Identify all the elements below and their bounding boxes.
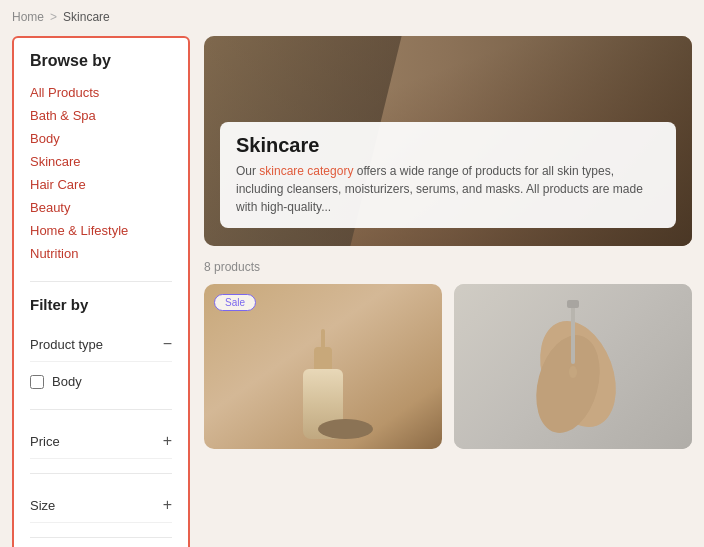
filter-by-title: Filter by	[30, 296, 172, 313]
browse-item-bath-spa[interactable]: Bath & Spa	[30, 107, 172, 123]
breadcrumb: Home > Skincare	[12, 10, 692, 24]
browse-item-beauty[interactable]: Beauty	[30, 199, 172, 215]
filter-size-toggle-icon: +	[163, 496, 172, 514]
bottle-stone	[318, 419, 373, 439]
products-count: 8 products	[204, 260, 692, 274]
product-card-2[interactable]: Best Seller	[454, 284, 692, 449]
hero-banner: Skincare Our skincare category offers a …	[204, 36, 692, 246]
browse-item-home-lifestyle[interactable]: Home & Lifestyle	[30, 222, 172, 238]
filter-size-label: Size	[30, 498, 55, 513]
svg-point-4	[569, 366, 577, 378]
product-type-body-row: Body	[30, 374, 172, 389]
main-content: Skincare Our skincare category offers a …	[204, 36, 692, 547]
hero-desc-part1: Our	[236, 164, 259, 178]
filter-product-type-label: Product type	[30, 337, 103, 352]
browse-list: All Products Bath & Spa Body Skincare Ha…	[30, 84, 172, 261]
filter-product-type-options: Body	[30, 362, 172, 395]
filter-price-label: Price	[30, 434, 60, 449]
filter-divider-2	[30, 473, 172, 474]
sidebar-divider	[30, 281, 172, 282]
filter-product-type[interactable]: Product type −	[30, 327, 172, 362]
svg-rect-3	[567, 300, 579, 308]
products-grid: Sale Best Seller	[204, 284, 692, 449]
product-type-body-label[interactable]: Body	[52, 374, 82, 389]
hero-title: Skincare	[236, 134, 660, 157]
page-wrapper: Home > Skincare Browse by All Products B…	[0, 0, 704, 547]
breadcrumb-separator: >	[50, 10, 57, 24]
svg-rect-2	[571, 304, 575, 364]
filter-price-toggle-icon: +	[163, 432, 172, 450]
browse-by-title: Browse by	[30, 52, 172, 70]
breadcrumb-home[interactable]: Home	[12, 10, 44, 24]
product-card-1[interactable]: Sale	[204, 284, 442, 449]
breadcrumb-current: Skincare	[63, 10, 110, 24]
hands-illustration	[454, 284, 692, 449]
filter-size[interactable]: Size +	[30, 488, 172, 523]
product-badge-sale: Sale	[214, 294, 256, 311]
sidebar: Browse by All Products Bath & Spa Body S…	[12, 36, 190, 547]
browse-item-nutrition[interactable]: Nutrition	[30, 245, 172, 261]
bottle-dropper	[321, 329, 325, 349]
main-layout: Browse by All Products Bath & Spa Body S…	[12, 36, 692, 547]
hero-desc-highlight: skincare category	[259, 164, 353, 178]
hero-description: Our skincare category offers a wide rang…	[236, 162, 660, 216]
browse-item-hair-care[interactable]: Hair Care	[30, 176, 172, 192]
browse-item-all-products[interactable]: All Products	[30, 84, 172, 100]
filter-divider-1	[30, 409, 172, 410]
filter-divider-3	[30, 537, 172, 538]
bottle-illustration	[303, 329, 343, 439]
browse-item-skincare[interactable]: Skincare	[30, 153, 172, 169]
bottle-cap	[314, 347, 332, 369]
hands-svg	[454, 284, 692, 449]
hero-text-box: Skincare Our skincare category offers a …	[220, 122, 676, 228]
browse-item-body[interactable]: Body	[30, 130, 172, 146]
filter-price[interactable]: Price +	[30, 424, 172, 459]
product-type-body-checkbox[interactable]	[30, 375, 44, 389]
filter-product-type-toggle-icon: −	[163, 335, 172, 353]
